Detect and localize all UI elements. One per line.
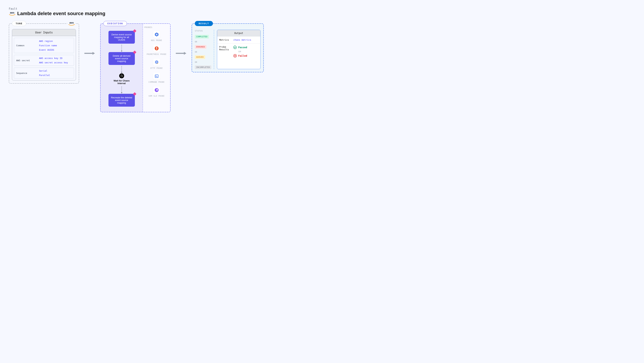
- tune-value: Parallel: [39, 74, 50, 77]
- status-pill: QUEUED: [195, 55, 205, 59]
- execution-badge: EXECUTION: [104, 21, 127, 26]
- aws-logo-icon: aws: [67, 21, 76, 26]
- tune-value: AWS access key ID: [39, 57, 68, 60]
- probe-result-passed: Passed: [233, 46, 247, 49]
- probe-result-failed: Failed: [233, 54, 247, 58]
- probe-results-key: Probe Results: [219, 46, 232, 51]
- probes-column: PROBES K8S PROBEPROMETHEUS PROBEHTTP PRO…: [143, 24, 170, 112]
- clock-icon: [119, 73, 124, 78]
- http-icon: [153, 59, 160, 66]
- status-label: STATUS: [195, 30, 211, 32]
- probe-name: PROMETHEUS PROBE: [147, 53, 166, 55]
- output-header: Output: [217, 30, 260, 37]
- probe-name: SRM SLO PROBE: [148, 95, 164, 97]
- svg-point-18: [233, 46, 237, 49]
- status-pill: ERRORED: [195, 45, 206, 49]
- output-row-probe-results: Probe Results Passed OR Failed: [217, 44, 260, 60]
- command-icon: [153, 73, 160, 80]
- diagram-canvas: TUNE aws User Inputs CommonAWS regionFun…: [9, 24, 635, 112]
- step-derive: Derive event source mapping for all UUID…: [108, 31, 135, 44]
- page-title: Lambda delete event source mapping: [17, 11, 105, 16]
- or-text: OR: [195, 51, 211, 53]
- step-corner-icon: [133, 92, 136, 96]
- x-circle-icon: [233, 54, 237, 58]
- k8s-icon: [153, 31, 160, 38]
- tune-section: CommonAWS regionFunction nameEvent UUIDS: [14, 38, 74, 53]
- probe-item: COMMAND PROBE: [144, 73, 169, 83]
- tune-section-values: SerialParallel: [39, 70, 50, 77]
- wait-label: Wait for Chaos Interval: [111, 79, 132, 85]
- metrics-key: Metrics: [219, 39, 232, 41]
- svg-rect-13: [155, 75, 158, 78]
- step-recreate: Recreate the deleted event source mappin…: [108, 94, 135, 107]
- tune-section-label: AWS secret: [16, 59, 37, 62]
- check-circle-icon: [233, 46, 237, 49]
- probe-item: SRM SLO PROBE: [144, 87, 169, 97]
- result-panel: RESULT STATUS COMPLETEDORERROREDORQUEUED…: [192, 24, 264, 72]
- tune-value: Event UUIDS: [39, 49, 57, 51]
- tune-value: AWS region: [39, 40, 57, 43]
- tune-inner-header: User Inputs: [12, 29, 76, 36]
- execution-steps-column: Derive event source mapping for all UUID…: [100, 24, 143, 112]
- svg-point-16: [156, 90, 157, 91]
- status-pill: INCOMPLETED: [195, 66, 211, 69]
- tune-section-values: AWS regionFunction nameEvent UUIDS: [39, 40, 57, 51]
- execution-panel: EXECUTION Derive event source mapping fo…: [100, 24, 170, 112]
- or-text: OR: [195, 41, 211, 43]
- or-text: OR: [195, 61, 211, 63]
- result-badge: RESULT: [195, 21, 213, 26]
- dotted-arrow-icon: [122, 66, 122, 72]
- probe-name: K8S PROBE: [151, 40, 162, 41]
- tune-section-label: Sequence: [16, 72, 37, 75]
- header: Fault aws Lambda delete event source map…: [9, 7, 635, 16]
- arrow-execution-to-result: [176, 24, 186, 55]
- step-corner-icon: [133, 51, 136, 54]
- tune-section-values: AWS access key IDAWS secret access key: [39, 57, 68, 64]
- or-text: OR: [238, 51, 247, 53]
- aws-logo-icon: aws: [9, 11, 16, 16]
- prometheus-icon: [153, 45, 160, 52]
- tune-inner-box: User Inputs CommonAWS regionFunction nam…: [12, 29, 76, 80]
- probe-item: K8S PROBE: [144, 31, 169, 41]
- status-pill: COMPLETED: [195, 35, 209, 39]
- dotted-arrow-icon: [122, 45, 122, 51]
- output-row-metrics: Metrics chaos metrics: [217, 37, 260, 44]
- status-column: STATUS COMPLETEDORERROREDORQUEUEDORINCOM…: [195, 30, 214, 69]
- probe-item: PROMETHEUS PROBE: [144, 45, 169, 55]
- title-row: aws Lambda delete event source mapping: [9, 11, 635, 16]
- tune-panel: TUNE aws User Inputs CommonAWS regionFun…: [9, 24, 79, 84]
- fault-label: Fault: [9, 7, 635, 10]
- tune-badge: TUNE: [12, 21, 26, 26]
- metrics-value: chaos metrics: [233, 39, 251, 41]
- probe-name: HTTP PROBE: [150, 67, 163, 69]
- output-box: Output Metrics chaos metrics Probe Resul…: [217, 30, 260, 69]
- tune-value: Function name: [39, 44, 57, 47]
- step-delete: Delete all derived event source mapping: [108, 52, 135, 65]
- tune-section: SequenceSerialParallel: [14, 68, 74, 79]
- probe-item: HTTP PROBE: [144, 59, 169, 69]
- tune-section-label: Common: [16, 44, 37, 47]
- step-corner-icon: [133, 29, 136, 33]
- probe-results-values: Passed OR Failed: [233, 46, 247, 58]
- tune-value: AWS secret access key: [39, 61, 68, 64]
- probes-label: PROBES: [144, 26, 169, 29]
- srm-icon: [153, 87, 160, 94]
- dotted-arrow-icon: [122, 86, 122, 93]
- tune-section: AWS secretAWS access key IDAWS secret ac…: [14, 55, 74, 66]
- probe-name: COMMAND PROBE: [148, 81, 164, 83]
- arrow-tune-to-execution: [84, 24, 95, 55]
- tune-value: Serial: [39, 70, 50, 72]
